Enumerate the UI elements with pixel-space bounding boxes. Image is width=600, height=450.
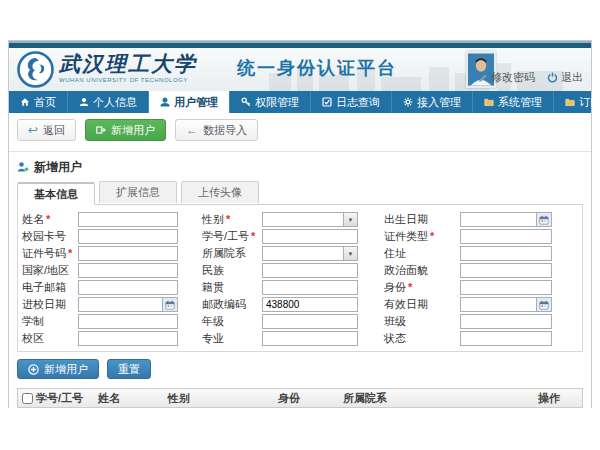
gender-select[interactable]: ▼: [262, 212, 358, 227]
basic-info-form: 姓名* 性别* ▼ 出生日期 校园卡号 学号/工号* 证件类型* 证件号码*: [17, 205, 583, 352]
col-identity: 身份: [278, 391, 343, 406]
folder-icon: [484, 97, 494, 107]
status-input[interactable]: [460, 331, 552, 346]
pencil-icon: [478, 73, 488, 83]
valid-date-input[interactable]: [460, 297, 536, 312]
form-row: 进校日期 邮政编码 有效日期: [22, 296, 582, 313]
department-select[interactable]: ▼: [262, 246, 358, 261]
folder-icon: [565, 97, 575, 107]
entry-date-input[interactable]: [78, 297, 162, 312]
gear-icon: [403, 97, 413, 107]
col-student-id: 学号/工号: [36, 391, 98, 406]
ethnicity-input[interactable]: [262, 263, 358, 278]
schooling-length-input[interactable]: [78, 314, 178, 329]
native-place-input[interactable]: [262, 280, 358, 295]
form-row: 姓名* 性别* ▼ 出生日期: [22, 211, 582, 228]
select-all-checkbox[interactable]: [22, 393, 33, 404]
form-tabs: 基本信息 扩展信息 上传头像: [17, 181, 583, 205]
form-row: 校园卡号 学号/工号* 证件类型*: [22, 228, 582, 245]
toolbar: ↩ 返回 新增用户 ← 数据导入: [17, 119, 583, 143]
student-id-input[interactable]: [262, 229, 358, 244]
users-icon: [160, 97, 170, 107]
submit-add-user-button[interactable]: 新增用户: [17, 359, 99, 379]
divider: [9, 151, 591, 152]
address-input[interactable]: [460, 246, 552, 261]
nav-item-access-management[interactable]: 接入管理: [392, 91, 473, 113]
campus-input[interactable]: [78, 331, 178, 346]
person-icon: [79, 97, 89, 107]
import-arrow-icon: ←: [186, 124, 198, 136]
email-input[interactable]: [78, 280, 178, 295]
grade-input[interactable]: [262, 314, 358, 329]
back-button[interactable]: ↩ 返回: [17, 119, 76, 141]
major-input[interactable]: [262, 331, 358, 346]
nav-item-permission-management[interactable]: 权限管理: [230, 91, 311, 113]
back-arrow-icon: ↩: [28, 124, 38, 136]
form-row: 电子邮箱 籍贯 身份*: [22, 279, 582, 296]
chevron-down-icon: ▼: [343, 247, 357, 260]
chevron-down-icon: ▼: [343, 213, 357, 226]
add-person-icon: [17, 161, 29, 173]
political-status-input[interactable]: [460, 263, 552, 278]
university-name-en: WUHAN UNIVERSITY OF TECHNOLOGY: [59, 77, 197, 83]
power-icon: [547, 72, 558, 83]
campus-card-input[interactable]: [78, 229, 178, 244]
col-operations: 操作: [538, 391, 582, 406]
tab-upload-avatar[interactable]: 上传头像: [181, 181, 259, 203]
id-type-input[interactable]: [460, 229, 552, 244]
col-name: 姓名: [98, 391, 168, 406]
form-row: 国家/地区 民族 政治面貌: [22, 262, 582, 279]
birth-date-input[interactable]: [460, 212, 536, 227]
brand: 武汉理工大学 WUHAN UNIVERSITY OF TECHNOLOGY: [59, 52, 197, 83]
nav-item-system-management[interactable]: 系统管理: [473, 91, 554, 113]
page: 武汉理工大学 WUHAN UNIVERSITY OF TECHNOLOGY 统一…: [0, 0, 600, 450]
main-nav: 首页 个人信息 用户管理 权限管理 日志查询 接入管理 系统管理 订阅管理: [9, 91, 591, 113]
add-user-button[interactable]: 新增用户: [85, 119, 166, 141]
col-department: 所属院系: [343, 391, 538, 406]
header: 武汉理工大学 WUHAN UNIVERSITY OF TECHNOLOGY 统一…: [9, 48, 591, 91]
form-actions: 新增用户 重置: [17, 359, 583, 379]
reset-button[interactable]: 重置: [107, 359, 151, 379]
col-gender: 性别: [168, 391, 278, 406]
header-links: 修改密码 退出: [478, 70, 583, 85]
country-region-input[interactable]: [78, 263, 178, 278]
postal-code-input[interactable]: [262, 297, 358, 312]
university-logo-icon: [17, 51, 54, 88]
nav-item-home[interactable]: 首页: [9, 91, 68, 113]
tab-basic-info[interactable]: 基本信息: [17, 182, 95, 205]
top-strip: [9, 41, 591, 48]
nav-item-user-management[interactable]: 用户管理: [149, 91, 230, 113]
calendar-icon[interactable]: [536, 212, 552, 227]
calendar-icon[interactable]: [162, 297, 178, 312]
nav-item-personal-info[interactable]: 个人信息: [68, 91, 149, 113]
content-area: ↩ 返回 新增用户 ← 数据导入 新增用户: [9, 113, 591, 408]
log-check-icon: [322, 97, 332, 107]
form-row: 学制 年级 班级: [22, 313, 582, 330]
identity-input[interactable]: [460, 280, 552, 295]
class-input[interactable]: [460, 314, 552, 329]
calendar-icon[interactable]: [536, 297, 552, 312]
form-row: 校区 专业 状态: [22, 330, 582, 347]
id-number-input[interactable]: [78, 246, 178, 261]
university-name: 武汉理工大学: [59, 52, 197, 76]
nav-item-subscription-management[interactable]: 订阅管理: [554, 91, 600, 113]
users-table-header: 学号/工号 姓名 性别 身份 所属院系 操作: [17, 388, 583, 408]
app-window: 武汉理工大学 WUHAN UNIVERSITY OF TECHNOLOGY 统一…: [8, 40, 592, 408]
add-user-icon: [96, 125, 106, 135]
platform-title: 统一身份认证平台: [237, 56, 397, 80]
tab-extended-info[interactable]: 扩展信息: [99, 181, 177, 203]
plus-circle-icon: [28, 364, 39, 375]
form-row: 证件号码* 所属院系 ▼ 住址: [22, 245, 582, 262]
change-password-link[interactable]: 修改密码: [478, 70, 535, 85]
name-input[interactable]: [78, 212, 178, 227]
section-title: 新增用户: [17, 159, 583, 175]
nav-item-log-query[interactable]: 日志查询: [311, 91, 392, 113]
logout-link[interactable]: 退出: [547, 70, 583, 85]
data-import-button[interactable]: ← 数据导入: [175, 119, 258, 141]
key-icon: [241, 97, 251, 107]
home-icon: [20, 97, 30, 107]
